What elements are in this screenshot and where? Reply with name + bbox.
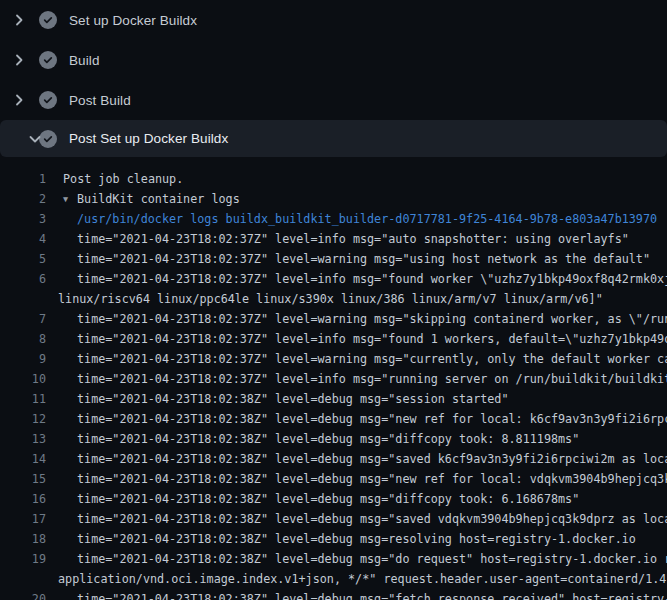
check-circle-icon [39,91,57,109]
log-line-number[interactable]: 3 [0,209,46,229]
check-circle-icon [39,11,57,29]
log-line: 4time="2021-04-23T18:02:37Z" level=info … [0,229,667,249]
log-text: time="2021-04-23T18:02:38Z" level=debug … [46,589,667,600]
log-line: 9time="2021-04-23T18:02:37Z" level=warni… [0,349,667,369]
step-header-collapsed[interactable]: Post Build [0,80,667,120]
log-text: time="2021-04-23T18:02:38Z" level=debug … [46,409,667,429]
log-line: 7time="2021-04-23T18:02:37Z" level=warni… [0,309,667,329]
log-command-text: /usr/bin/docker logs buildx_buildkit_bui… [46,209,667,229]
log-line: 8time="2021-04-23T18:02:37Z" level=info … [0,329,667,349]
log-line: 18time="2021-04-23T18:02:38Z" level=debu… [0,529,667,549]
log-line: 6time="2021-04-23T18:02:37Z" level=info … [0,269,667,289]
log-line-number[interactable]: 17 [0,509,46,529]
log-line: linux/riscv64 linux/ppc64le linux/s390x … [0,289,667,309]
log-text: time="2021-04-23T18:02:37Z" level=warnin… [46,309,667,329]
log-line: 15time="2021-04-23T18:02:38Z" level=debu… [0,469,667,489]
log-line: 10time="2021-04-23T18:02:37Z" level=info… [0,369,667,389]
log-line: 13time="2021-04-23T18:02:38Z" level=debu… [0,429,667,449]
log-line: 20time="2021-04-23T18:02:38Z" level=debu… [0,589,667,600]
log-line-number[interactable]: 1 [0,169,46,189]
log-text: Post job cleanup. [46,169,667,189]
check-circle-icon [39,51,57,69]
step-label: Post Set up Docker Buildx [69,131,228,146]
log-text: time="2021-04-23T18:02:38Z" level=debug … [46,449,667,469]
log-text: time="2021-04-23T18:02:38Z" level=debug … [46,509,667,529]
log-text: time="2021-04-23T18:02:37Z" level=warnin… [46,349,667,369]
log-text: time="2021-04-23T18:02:37Z" level=info m… [46,369,667,389]
log-line-number[interactable]: 12 [0,409,46,429]
workflow-log-panel: Set up Docker BuildxBuildPost BuildPost … [0,0,667,600]
log-line: 11time="2021-04-23T18:02:38Z" level=debu… [0,389,667,409]
log-line: 12time="2021-04-23T18:02:38Z" level=debu… [0,409,667,429]
step-label: Build [69,53,100,68]
log-line-number[interactable]: 19 [0,549,46,569]
log-line-number[interactable]: 6 [0,269,46,289]
log-text: time="2021-04-23T18:02:38Z" level=debug … [46,529,667,549]
group-expanded-triangle-icon: ▼ [63,189,77,209]
log-text: time="2021-04-23T18:02:37Z" level=info m… [46,329,667,349]
chevron-right-icon [11,12,27,28]
log-line-number[interactable]: 7 [0,309,46,329]
log-line: application/vnd.oci.image.index.v1+json,… [0,569,667,589]
step-header-collapsed[interactable]: Set up Docker Buildx [0,0,667,40]
log-line-number[interactable]: 13 [0,429,46,449]
log-line: 19time="2021-04-23T18:02:38Z" level=debu… [0,549,667,569]
log-line: 5time="2021-04-23T18:02:37Z" level=warni… [0,249,667,269]
step-label: Post Build [69,93,131,108]
log-line-number[interactable]: 14 [0,449,46,469]
log-group-toggle[interactable]: ▼BuildKit container logs [46,189,667,209]
log-text: time="2021-04-23T18:02:37Z" level=warnin… [46,249,667,269]
log-line-number[interactable]: 5 [0,249,46,269]
chevron-right-icon [11,92,27,108]
log-line: 2▼BuildKit container logs [0,189,667,209]
log-line-number[interactable]: 18 [0,529,46,549]
log-text: time="2021-04-23T18:02:38Z" level=debug … [46,469,667,489]
log-line: 1Post job cleanup. [0,169,667,189]
chevron-right-icon [11,52,27,68]
log-line-number[interactable]: 16 [0,489,46,509]
log-line-number[interactable]: 9 [0,349,46,369]
log-line-number[interactable]: 8 [0,329,46,349]
log-line-number[interactable]: 2 [0,189,46,209]
log-line: 16time="2021-04-23T18:02:38Z" level=debu… [0,489,667,509]
group-label[interactable]: BuildKit container logs [77,192,240,206]
step-header-collapsed[interactable]: Build [0,40,667,80]
log-text: time="2021-04-23T18:02:38Z" level=debug … [46,549,667,569]
log-line-number[interactable]: 11 [0,389,46,409]
log-text: application/vnd.oci.image.index.v1+json,… [46,569,667,589]
log-line: 3/usr/bin/docker logs buildx_buildkit_bu… [0,209,667,229]
log-line-number [0,289,46,309]
log-line: 14time="2021-04-23T18:02:38Z" level=debu… [0,449,667,469]
chevron-down-icon [11,131,27,147]
log-text: linux/riscv64 linux/ppc64le linux/s390x … [46,289,667,309]
log-text: time="2021-04-23T18:02:37Z" level=info m… [46,269,667,289]
step-header-expanded[interactable]: Post Set up Docker Buildx [0,120,667,157]
step-label: Set up Docker Buildx [69,13,197,28]
log-line-number[interactable]: 15 [0,469,46,489]
step-list: Set up Docker BuildxBuildPost BuildPost … [0,0,667,157]
log-text: time="2021-04-23T18:02:37Z" level=info m… [46,229,667,249]
log-line-number [0,569,46,589]
log-line-number[interactable]: 4 [0,229,46,249]
log-text: time="2021-04-23T18:02:38Z" level=debug … [46,489,667,509]
log-line: 17time="2021-04-23T18:02:38Z" level=debu… [0,509,667,529]
log-text: time="2021-04-23T18:02:38Z" level=debug … [46,389,667,409]
log-viewer: 1Post job cleanup.2▼BuildKit container l… [0,157,667,600]
log-line-number[interactable]: 10 [0,369,46,389]
log-text: time="2021-04-23T18:02:38Z" level=debug … [46,429,667,449]
log-line-number[interactable]: 20 [0,589,46,600]
